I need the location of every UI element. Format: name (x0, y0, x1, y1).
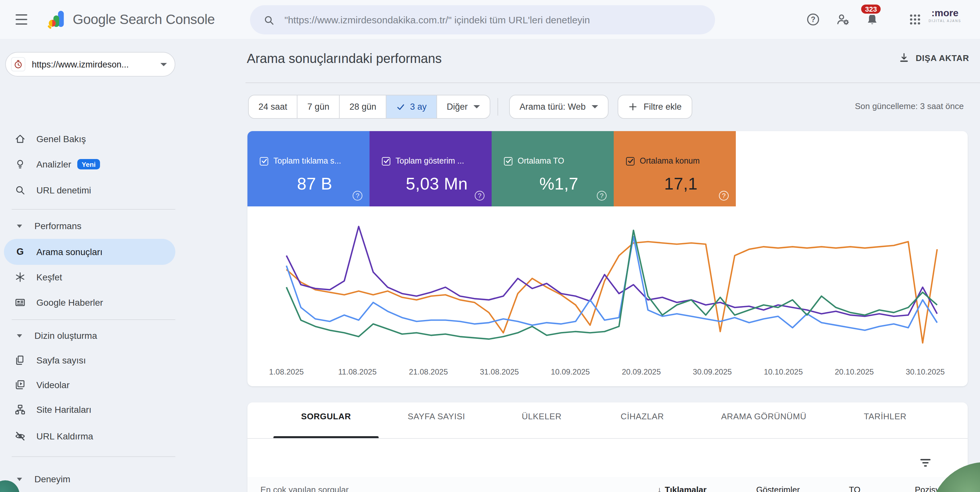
x-axis-tick: 20.10.2025 (825, 367, 883, 376)
metric-help-icon[interactable]: ? (475, 191, 484, 201)
search-console-logo-icon (47, 9, 68, 30)
svg-text:?: ? (811, 15, 815, 24)
metric-value: 87 B (260, 174, 369, 194)
x-axis-tick: 10.10.2025 (754, 367, 813, 376)
sidebar-divider (12, 456, 175, 457)
tab-ülkeler[interactable]: ÜLKELER (522, 411, 562, 421)
search-type-filter-button[interactable]: Arama türü: Web (509, 95, 609, 119)
performance-line-chart[interactable] (247, 214, 968, 363)
metric-card-toplam-t-klama-s-[interactable]: Toplam tıklama s...87 B? (247, 131, 369, 206)
page-title: Arama sonuçlarındaki performans (247, 51, 442, 66)
export-label: DIŞA AKTAR (916, 53, 969, 63)
notification-count-badge[interactable]: 323 (860, 3, 882, 15)
metric-checkbox[interactable] (260, 157, 268, 165)
sidebar-item-url-denetimi[interactable]: URL denetimi (4, 177, 175, 203)
metric-help-icon[interactable]: ? (719, 191, 729, 201)
sidebar-section-deneyim[interactable]: Deneyim (4, 471, 175, 487)
metric-card-ortalama-konum[interactable]: Ortalama konum17,1? (614, 131, 736, 206)
metric-value: %1,7 (504, 174, 614, 194)
metric-cards: Toplam tıklama s...87 B?Toplam gösterim … (247, 131, 736, 206)
chart-x-axis-labels: 1.08.202511.08.202521.08.202531.08.20251… (247, 367, 968, 378)
date-range-24-saat[interactable]: 24 saat (249, 95, 297, 118)
chevron-down-icon (17, 478, 22, 481)
metric-card-ortalama-to[interactable]: Ortalama TO%1,7? (492, 131, 614, 206)
menu-icon[interactable] (16, 14, 29, 25)
search-icon (14, 184, 26, 196)
sidebar-item-url-kaldırma[interactable]: URL Kaldırma (4, 423, 175, 449)
sidebar-item-videolar[interactable]: Videolar (4, 372, 175, 398)
metric-checkbox[interactable] (382, 157, 390, 165)
news-icon (14, 297, 26, 308)
g-icon: G (14, 246, 26, 258)
chart-series-gösterimler (286, 227, 937, 316)
sidebar-item-site-haritaları[interactable]: Site Haritaları (4, 397, 175, 422)
metric-help-icon[interactable]: ? (353, 191, 363, 201)
help-icon[interactable]: ? (805, 12, 821, 27)
metric-value: 17,1 (626, 174, 736, 194)
partner-logo: :more DIJITAL AJANS (923, 8, 966, 23)
app-window: Google Search Console ? 323 (0, 0, 980, 492)
metric-help-icon[interactable]: ? (597, 191, 606, 201)
sidebar-item-keşfet[interactable]: Keşfet (4, 264, 175, 290)
sidebar-item-analizler[interactable]: AnalizlerYeni (4, 151, 175, 177)
x-axis-tick: 20.09.2025 (612, 367, 671, 376)
metric-label: Ortalama TO (518, 156, 564, 165)
export-button[interactable]: DIŞA AKTAR (898, 52, 969, 63)
tab-ci̇hazlar[interactable]: CİHAZLAR (620, 411, 664, 421)
search-icon (263, 14, 275, 25)
tabs-divider (247, 438, 968, 439)
add-filter-label: Filtre ekle (644, 102, 682, 112)
metric-label: Toplam tıklama s... (274, 156, 341, 165)
column-header-tıklamalar[interactable]: ↓Tıklamalar (657, 485, 706, 492)
date-range-3-ay[interactable]: 3 ay (386, 95, 436, 118)
date-range-more[interactable]: Diğer (436, 95, 490, 118)
new-badge: Yeni (77, 159, 100, 170)
account-settings-icon[interactable] (835, 12, 851, 27)
sidebar-item-genel-bakış[interactable]: Genel Bakış (4, 126, 175, 152)
sidebar-section-performans[interactable]: Performans (4, 217, 175, 234)
sitemap-icon (14, 404, 26, 416)
date-range-28-gün[interactable]: 28 gün (339, 95, 386, 118)
top-app-bar: Google Search Console ? 323 (0, 0, 980, 39)
table-rows-label: En çok yapılan sorgular (261, 485, 349, 492)
bulb-icon (14, 159, 26, 170)
eye-off-icon (14, 430, 26, 442)
tab-sayfa-sayisi[interactable]: SAYFA SAYISI (408, 411, 465, 421)
x-axis-tick: 21.08.2025 (399, 367, 458, 376)
sidebar-item-sayfa-sayısı[interactable]: Sayfa sayısı (4, 347, 175, 373)
product-name: Google Search Console (73, 0, 215, 39)
partner-logo-tagline: DIJITAL AJANS (923, 19, 966, 23)
sidebar-item-arama-sonuçları[interactable]: GArama sonuçları (4, 239, 175, 265)
divider (498, 98, 498, 116)
apps-grid-icon[interactable] (907, 12, 923, 27)
partner-logo-name: :more (923, 8, 966, 19)
metric-card-toplam-g-sterim-[interactable]: Toplam gösterim ...5,03 Mn? (369, 131, 492, 206)
chevron-down-icon (592, 105, 598, 108)
x-axis-tick: 1.08.2025 (257, 367, 316, 376)
column-header-gösterimler[interactable]: Gösterimler (756, 485, 800, 492)
x-axis-tick: 31.08.2025 (470, 367, 529, 376)
video-icon (14, 379, 26, 391)
chevron-down-icon (473, 105, 480, 108)
column-header-to[interactable]: TO (849, 485, 861, 492)
metric-value: 5,03 Mn (382, 174, 492, 194)
download-icon (898, 52, 910, 63)
tab-tari̇hler[interactable]: TARİHLER (864, 411, 906, 421)
plus-icon (628, 102, 638, 112)
x-axis-tick: 30.10.2025 (896, 367, 955, 376)
tab-arama-görünümü[interactable]: ARAMA GÖRÜNÜMÜ (721, 411, 807, 421)
metric-checkbox[interactable] (626, 157, 635, 165)
sidebar-section-dizin-oluşturma[interactable]: Dizin oluşturma (4, 327, 175, 344)
date-range-7-gün[interactable]: 7 gün (297, 95, 339, 118)
sidebar: https://www.izmirdeson... Genel BakışAna… (0, 39, 188, 492)
add-filter-button[interactable]: Filtre ekle (617, 95, 692, 119)
metric-checkbox[interactable] (504, 157, 512, 165)
chevron-down-icon (17, 334, 22, 337)
table-filter-icon[interactable] (917, 454, 934, 471)
metric-label: Toplam gösterim ... (396, 156, 464, 165)
url-inspect-input[interactable] (283, 14, 703, 26)
sidebar-item-google-haberler[interactable]: Google Haberler (4, 289, 175, 316)
x-axis-tick: 10.09.2025 (541, 367, 600, 376)
tab-sorgular[interactable]: SORGULAR (301, 411, 351, 421)
url-inspect-searchbar[interactable] (250, 5, 715, 34)
